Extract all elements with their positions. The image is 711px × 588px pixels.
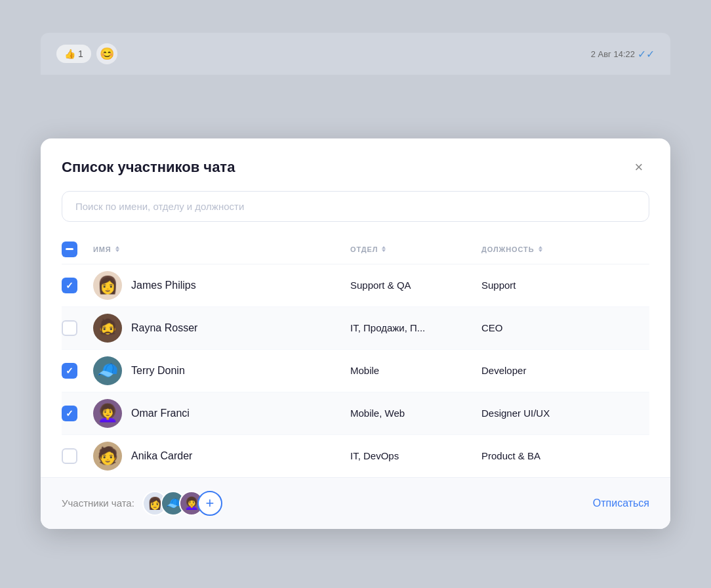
- dept-cell-3: Mobile: [350, 365, 481, 376]
- checkbox-checked-icon[interactable]: [62, 363, 77, 379]
- table-row: 👩‍🦱 Omar Franci Mobile, Web Designer UI/…: [62, 392, 649, 435]
- select-all-checkbox[interactable]: [62, 242, 93, 257]
- participants-modal: Список участников чата × ИМЯ: [41, 138, 670, 529]
- role-cell-1: Support: [481, 280, 639, 291]
- table-row: 🧢 Terry Donin Mobile Developer: [62, 350, 649, 392]
- footer-label: Участники чата:: [62, 497, 134, 509]
- message-time: 2 Авг 14:22 ✓✓: [591, 48, 655, 60]
- th-role: ДОЛЖНОСТЬ: [481, 245, 639, 253]
- outer-container: 👍 1 😊 2 Авг 14:22 ✓✓ Список участников ч…: [0, 0, 711, 588]
- row-checkbox-1[interactable]: [62, 278, 93, 293]
- user-name-1: James Philips: [131, 280, 196, 291]
- user-name-4: Omar Franci: [131, 408, 190, 419]
- reaction-count: 1: [78, 49, 83, 59]
- double-check-icon: ✓✓: [638, 48, 655, 60]
- role-cell-3: Developer: [481, 365, 639, 376]
- row-checkbox-3[interactable]: [62, 363, 93, 379]
- modal-title: Список участников чата: [62, 159, 235, 176]
- checkbox-unchecked-icon[interactable]: [62, 320, 77, 336]
- user-cell-4: 👩‍🦱 Omar Franci: [93, 399, 350, 428]
- add-participant-button[interactable]: +: [197, 491, 222, 516]
- sort-name-icon[interactable]: [115, 246, 119, 252]
- reaction-badge[interactable]: 👍 1: [56, 45, 91, 63]
- checkbox-minus-icon[interactable]: [62, 242, 77, 257]
- avatar-2: 🧔: [93, 314, 122, 343]
- avatar-3: 🧢: [93, 356, 122, 385]
- th-name: ИМЯ: [93, 245, 350, 253]
- search-container: [41, 191, 670, 235]
- table-area: ИМЯ ОТДЕЛ ДОЛЖНОСТЬ: [41, 235, 670, 477]
- thumbs-up-emoji: 👍: [64, 49, 75, 59]
- checkbox-checked-icon[interactable]: [62, 406, 77, 421]
- checkbox-checked-icon[interactable]: [62, 278, 77, 293]
- unsubscribe-button[interactable]: Отписаться: [593, 497, 649, 509]
- modal-header: Список участников чата ×: [41, 138, 670, 191]
- role-cell-5: Product & BA: [481, 450, 639, 461]
- row-checkbox-2[interactable]: [62, 320, 93, 336]
- dept-cell-5: IT, DevOps: [350, 450, 481, 461]
- dept-cell-4: Mobile, Web: [350, 408, 481, 419]
- table-row: 👩 James Philips Support & QA Support: [62, 264, 649, 307]
- avatar-stack: 👩 🧢 👩‍🦱 +: [142, 491, 222, 516]
- smiley-emoji[interactable]: 😊: [96, 43, 117, 64]
- user-cell-5: 🧑 Anika Carder: [93, 442, 350, 471]
- avatar-5: 🧑: [93, 442, 122, 471]
- table-row: 🧔 Rayna Rosser IT, Продажи, П... CEO: [62, 307, 649, 350]
- dept-cell-2: IT, Продажи, П...: [350, 322, 481, 333]
- avatar-1: 👩: [93, 271, 122, 300]
- user-cell-2: 🧔 Rayna Rosser: [93, 314, 350, 343]
- user-cell-1: 👩 James Philips: [93, 271, 350, 300]
- avatar-4: 👩‍🦱: [93, 399, 122, 428]
- user-cell-3: 🧢 Terry Donin: [93, 356, 350, 385]
- close-button[interactable]: ×: [628, 157, 649, 178]
- reaction-area: 👍 1 😊: [56, 43, 117, 64]
- table-row: 🧑 Anika Carder IT, DevOps Product & BA: [62, 435, 649, 477]
- row-checkbox-5[interactable]: [62, 448, 93, 464]
- role-cell-2: CEO: [481, 322, 639, 333]
- th-dept: ОТДЕЛ: [350, 245, 481, 253]
- chat-bubble-area: 👍 1 😊 2 Авг 14:22 ✓✓: [41, 33, 670, 75]
- user-name-3: Terry Donin: [131, 365, 185, 377]
- row-checkbox-4[interactable]: [62, 406, 93, 421]
- sort-role-icon[interactable]: [538, 246, 542, 252]
- user-name-5: Anika Carder: [131, 450, 192, 462]
- table-header: ИМЯ ОТДЕЛ ДОЛЖНОСТЬ: [62, 235, 649, 264]
- sort-dept-icon[interactable]: [382, 246, 386, 252]
- modal-footer: Участники чата: 👩 🧢 👩‍🦱 + Отписаться: [41, 477, 670, 529]
- search-input[interactable]: [62, 191, 649, 222]
- checkbox-unchecked-icon[interactable]: [62, 448, 77, 464]
- dept-cell-1: Support & QA: [350, 280, 481, 291]
- role-cell-4: Designer UI/UX: [481, 408, 639, 419]
- footer-left: Участники чата: 👩 🧢 👩‍🦱 +: [62, 491, 222, 516]
- user-name-2: Rayna Rosser: [131, 322, 197, 334]
